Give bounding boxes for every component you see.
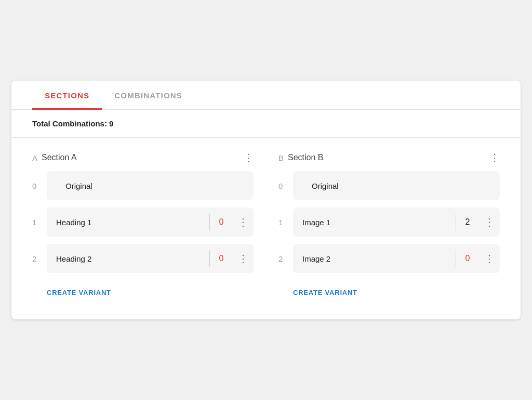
section-b-column: B Section B ⋮ 0 Original 1 Image 1 2 ⋮ bbox=[266, 152, 500, 301]
row-2-number: 2 bbox=[32, 254, 47, 263]
section-b-variant-1-menu-icon[interactable]: ⋮ bbox=[479, 216, 500, 228]
section-a-menu-icon[interactable]: ⋮ bbox=[243, 152, 254, 163]
tab-sections[interactable]: SECTIONS bbox=[32, 81, 102, 110]
section-b-letter: B bbox=[278, 153, 284, 162]
row-b-2-number: 2 bbox=[278, 254, 293, 263]
section-b-create-variant-button[interactable]: CREATE VARIANT bbox=[293, 285, 357, 301]
row-1-number: 1 bbox=[32, 218, 47, 227]
section-b-menu-icon[interactable]: ⋮ bbox=[489, 152, 500, 163]
section-a-header: A Section A ⋮ bbox=[32, 152, 254, 163]
main-card: SECTIONS COMBINATIONS Total Combinations… bbox=[11, 81, 521, 319]
section-b-variant-0-label: Original bbox=[302, 182, 490, 190]
section-a-row-1: 1 Heading 1 0 ⋮ bbox=[32, 208, 254, 237]
section-b-row-1: 1 Image 1 2 ⋮ bbox=[278, 208, 500, 237]
row-b-0-number: 0 bbox=[278, 182, 293, 190]
sections-grid: A Section A ⋮ 0 Original 1 Heading 1 0 ⋮ bbox=[11, 138, 521, 319]
row-0-number: 0 bbox=[32, 182, 47, 190]
section-b-variant-2: Image 2 0 ⋮ bbox=[293, 244, 500, 273]
section-a-variant-2-menu-icon[interactable]: ⋮ bbox=[233, 252, 254, 265]
section-b-variant-1-count: 2 bbox=[456, 217, 479, 227]
tabs-bar: SECTIONS COMBINATIONS bbox=[11, 81, 521, 110]
section-b-variant-0: Original bbox=[293, 171, 500, 200]
section-b-row-2: 2 Image 2 0 ⋮ bbox=[278, 244, 500, 273]
tab-combinations[interactable]: COMBINATIONS bbox=[102, 81, 195, 110]
section-b-variant-2-menu-icon[interactable]: ⋮ bbox=[479, 252, 500, 265]
section-a-variant-2-label: Heading 2 bbox=[47, 254, 209, 263]
summary-bar: Total Combinations: 9 bbox=[11, 110, 521, 138]
section-a-variant-2: Heading 2 0 ⋮ bbox=[47, 244, 254, 273]
section-a-variant-2-count: 0 bbox=[210, 254, 233, 263]
section-b-name: Section B bbox=[288, 153, 489, 162]
section-a-variant-1-label: Heading 1 bbox=[47, 218, 209, 227]
summary-label: Total Combinations: bbox=[32, 119, 107, 128]
section-a-variant-0: Original bbox=[47, 171, 254, 200]
section-b-row-0: 0 Original bbox=[278, 171, 500, 200]
section-b-variant-2-label: Image 2 bbox=[293, 254, 456, 263]
section-a-variant-1-menu-icon[interactable]: ⋮ bbox=[233, 216, 254, 228]
section-b-variant-1: Image 1 2 ⋮ bbox=[293, 208, 500, 237]
section-a-name: Section A bbox=[42, 153, 243, 162]
summary-value: 9 bbox=[109, 119, 113, 128]
section-a-column: A Section A ⋮ 0 Original 1 Heading 1 0 ⋮ bbox=[32, 152, 266, 301]
section-b-variant-1-label: Image 1 bbox=[293, 218, 456, 227]
section-b-variant-2-count: 0 bbox=[456, 254, 479, 263]
section-a-create-variant-button[interactable]: CREATE VARIANT bbox=[47, 285, 111, 301]
row-b-1-number: 1 bbox=[278, 218, 293, 227]
section-a-variant-1: Heading 1 0 ⋮ bbox=[47, 208, 254, 237]
section-a-letter: A bbox=[32, 153, 37, 162]
section-a-variant-0-label: Original bbox=[56, 182, 244, 190]
section-b-header: B Section B ⋮ bbox=[278, 152, 500, 163]
section-a-row-2: 2 Heading 2 0 ⋮ bbox=[32, 244, 254, 273]
section-a-variant-1-count: 0 bbox=[210, 217, 233, 227]
section-a-row-0: 0 Original bbox=[32, 171, 254, 200]
